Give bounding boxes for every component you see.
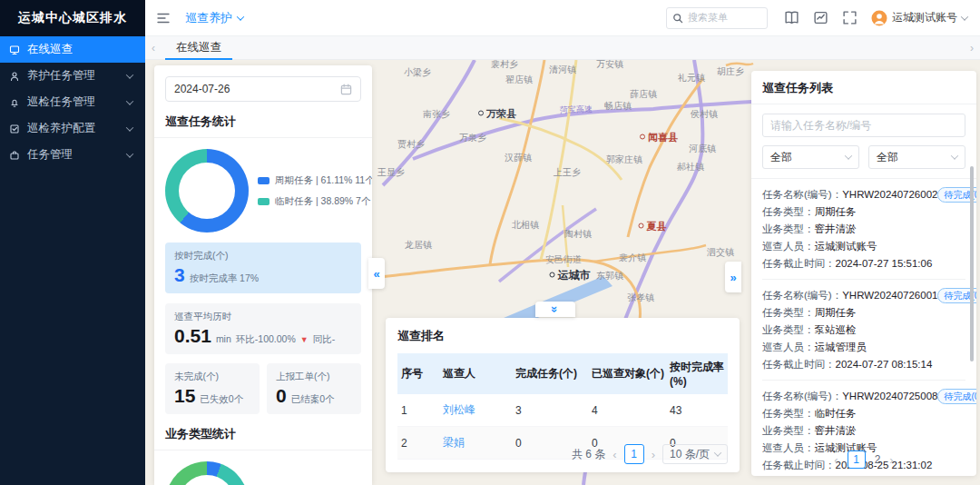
col-ontime-rate: 按时完成率(%) (666, 353, 728, 394)
avg-duration-card: 巡查平均历时 0.51 min 环比-100.00% ▼ 同比- (165, 303, 361, 354)
cell-ontime: 43 (666, 394, 728, 427)
tab-label: 在线巡查 (176, 40, 221, 55)
inspector-link[interactable]: 刘松峰 (443, 403, 475, 416)
search-placeholder: 搜索菜单 (688, 11, 728, 25)
task-list-title: 巡查任务列表 (751, 80, 976, 104)
unfinished-label: 未完成(个) (174, 371, 250, 383)
double-chevron-right-icon: » (730, 271, 736, 284)
page-1-button[interactable]: 1 (848, 450, 866, 469)
task-code: YHRW20240726002 (842, 189, 937, 200)
table-row: 1 刘松峰 3 4 43 (397, 394, 728, 427)
donut-chart-biz-types (165, 461, 249, 485)
collapse-left-panel-button[interactable]: « (368, 258, 385, 289)
task-status-filter[interactable]: 全部 (868, 145, 965, 169)
page-2-button[interactable]: 2 (875, 453, 881, 466)
top-header: 巡查养护 搜索菜单 运城测试账号 (145, 0, 980, 36)
bell-icon (9, 97, 20, 108)
sidebar-item-label: 在线巡查 (27, 42, 136, 57)
ontime-rate: 按时完成率 17% (190, 272, 259, 285)
sidebar-item-label: 巡检任务管理 (27, 94, 120, 110)
page-number-button[interactable]: 1 (624, 444, 644, 464)
search-icon (672, 13, 683, 24)
legend-item-temporary: 临时任务 | 38.89% 7个 (258, 195, 372, 208)
task-card[interactable]: 任务名称(编号)：YHRW20240726001 待完成(0/1) 任务类型：周… (762, 280, 965, 381)
sidebar-item-online-inspection[interactable]: 在线巡查 (0, 36, 145, 63)
legend-item-periodic: 周期任务 | 61.11% 11个 (258, 174, 372, 187)
status-badge: 待完成(0/1) (937, 389, 976, 404)
workorder-sub: 已结案0个 (291, 393, 335, 406)
page-size-select[interactable]: 10 条/页 (662, 444, 728, 464)
unfinished-sub: 已失效0个 (200, 393, 243, 406)
ontime-label: 按时完成(个) (174, 250, 352, 262)
tab-bar: ‹ 在线巡查 › (145, 36, 980, 60)
task-donut-chart: 周期任务 | 61.11% 11个 临时任务 | 38.89% 7个 (165, 149, 361, 233)
task-list-pagination: ‹ 1 2 › (751, 450, 976, 469)
workorder-label: 上报工单(个) (276, 371, 352, 383)
task-search-input[interactable]: 请输入任务名称/编号 (762, 114, 965, 137)
col-objects: 已巡查对象(个) (588, 353, 666, 394)
chevron-down-icon (126, 97, 133, 104)
briefcase-icon (9, 150, 20, 161)
tab-scroll-right-icon[interactable]: › (964, 42, 980, 54)
col-done: 完成任务(个) (512, 353, 588, 394)
ontime-value: 3 (174, 265, 185, 284)
dashboard-icon[interactable] (813, 10, 828, 25)
nav-menu-label: 巡查养护 (185, 10, 232, 26)
task-type-filter[interactable]: 全部 (762, 145, 859, 169)
page-prev-icon[interactable]: ‹ (834, 453, 838, 467)
duration-value: 0.51 (174, 326, 211, 345)
down-arrow-icon: ▼ (300, 335, 309, 344)
scrollbar-thumb[interactable] (970, 166, 974, 361)
duration-label: 巡查平均历时 (174, 311, 352, 323)
sidebar-item-task-management[interactable]: 任务管理 (0, 142, 145, 168)
tab-scroll-left-icon[interactable]: ‹ (145, 42, 162, 54)
duration-unit: min (216, 333, 231, 344)
statistics-panel: 2024-07-26 巡查任务统计 周期任务 | 61.11% 11个 临时任务… (154, 65, 372, 485)
legend-swatch-teal (258, 198, 270, 205)
col-inspector: 巡查人 (439, 353, 512, 394)
docs-icon[interactable] (784, 10, 799, 25)
cell-no: 2 (397, 427, 439, 460)
section-title-biz-stats: 业务类型统计 (154, 426, 372, 450)
sidebar-item-maintenance-task[interactable]: 养护任务管理 (0, 63, 145, 89)
ranking-title: 巡查排名 (397, 328, 728, 344)
fullscreen-icon[interactable] (842, 10, 858, 25)
date-picker[interactable]: 2024-07-26 (165, 76, 361, 102)
inspector-link[interactable]: 梁娟 (443, 436, 465, 449)
sidebar-item-patrol-config[interactable]: 巡检养护配置 (0, 115, 145, 142)
task-search-placeholder: 请输入任务名称/编号 (770, 118, 871, 134)
calendar-icon (340, 84, 352, 95)
donut-chart-task-types (165, 149, 249, 233)
task-code: YHRW20240726001 (842, 290, 937, 301)
sidebar: 运城中心城区排水 在线巡查 养护任务管理 巡检任务管理 巡检养护 (0, 0, 145, 485)
double-chevron-left-icon: « (373, 267, 379, 281)
total-count: 共 6 条 (572, 447, 605, 462)
unfinished-card: 未完成(个) 15 已失效0个 (165, 363, 260, 414)
chevron-down-icon (126, 124, 133, 131)
task-list-panel: 巡查任务列表 请输入任务名称/编号 全部 全部 任务名称(编号)：YHRW202… (751, 71, 976, 476)
account-name: 运城测试账号 (892, 10, 957, 25)
expand-right-panel-button[interactable]: » (725, 262, 741, 292)
chevron-down-icon (126, 71, 133, 78)
tab-online-inspection[interactable]: 在线巡查 (162, 36, 236, 60)
monitor-icon (9, 45, 20, 55)
chevron-down-icon (845, 152, 852, 159)
chevron-down-icon (961, 13, 968, 20)
ontime-completed-card: 按时完成(个) 3 按时完成率 17% (165, 242, 361, 293)
collapse-bottom-panel-button[interactable]: » (535, 302, 575, 317)
sidebar-item-patrol-task[interactable]: 巡检任务管理 (0, 89, 145, 115)
page-next-icon[interactable]: › (652, 448, 655, 461)
inspection-ranking-panel: 巡查排名 序号 巡查人 完成任务(个) 已巡查对象(个) 按时完成率(%) 1 … (386, 318, 740, 472)
col-no: 序号 (397, 353, 439, 394)
page-prev-icon[interactable]: ‹ (612, 448, 616, 461)
task-card[interactable]: 任务名称(编号)：YHRW20240726002 待完成(0/1) 任务类型：周… (762, 179, 965, 280)
page-next-icon[interactable]: › (889, 453, 893, 467)
account-menu[interactable]: 运城测试账号 (871, 10, 967, 26)
task-code: YHRW20240725008 (842, 391, 937, 401)
app-title: 运城中心城区排水 (0, 0, 145, 36)
collapse-sidebar-icon[interactable] (156, 11, 171, 25)
sidebar-item-label: 养护任务管理 (27, 68, 120, 84)
nav-menu-inspection-maintenance[interactable]: 巡查养护 (185, 10, 243, 26)
search-input[interactable]: 搜索菜单 (666, 7, 768, 29)
workorder-value: 0 (276, 386, 287, 405)
